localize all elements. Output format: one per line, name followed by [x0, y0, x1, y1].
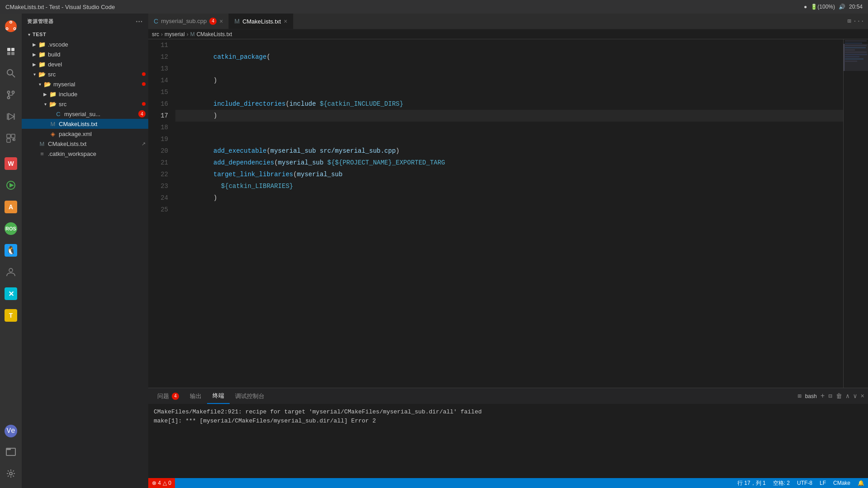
status-left: ⊗ 4 △ 0	[148, 478, 175, 488]
svg-rect-22	[7, 139, 10, 142]
cpp-tab-close[interactable]: ×	[219, 18, 223, 25]
activity-explorer-icon[interactable]	[0, 41, 22, 62]
myserial-error-dot	[142, 82, 146, 86]
activity-orange-icon[interactable]: A	[0, 196, 22, 218]
tab-more-icon[interactable]: ···	[853, 18, 864, 25]
tab-cmakelists[interactable]: M CMakeLists.txt ×	[229, 14, 293, 29]
cl20-p1: (	[274, 159, 278, 166]
tab-myserial-cpp[interactable]: C myserial_sub.cpp 4 ×	[148, 14, 229, 29]
ubuntu-logo[interactable]	[0, 15, 22, 37]
sidebar-menu-icon[interactable]: ···	[136, 18, 143, 26]
cl19-p2: )	[396, 147, 399, 155]
activity-search-icon[interactable]	[0, 62, 22, 84]
svg-line-12	[12, 75, 15, 77]
activity-ve-icon[interactable]: Ve	[5, 425, 17, 437]
cmake-label: CMakeLists.txt	[59, 121, 148, 127]
cmake-tab-icon: M	[234, 18, 240, 25]
vscode-label: .vscode	[48, 41, 148, 48]
tree-item-cmakelists-root[interactable]: ▶ M CMakeLists.txt ↗	[22, 139, 148, 149]
status-encoding[interactable]: UTF-8	[793, 478, 816, 488]
status-errors[interactable]: ⊗ 4 △ 0	[148, 478, 175, 488]
split-editor-icon[interactable]: ⊞	[847, 17, 851, 25]
status-line-ending[interactable]: LF	[816, 478, 830, 488]
tree-item-package-xml[interactable]: ▶ ◈ package.xml	[22, 129, 148, 139]
terminal-tab-terminal[interactable]: 终端	[207, 388, 230, 404]
minimap	[843, 39, 868, 388]
cl15-arg1: include	[289, 100, 316, 108]
activity-yellow-icon[interactable]: T	[0, 305, 22, 326]
code-content[interactable]: catkin_package( ) include_directories(in…	[175, 39, 843, 388]
terminal-tab-debug[interactable]: 调试控制台	[230, 388, 270, 404]
tree-item-catkin[interactable]: ▶ ≡ .catkin_workspace	[22, 149, 148, 159]
tree-item-myserial[interactable]: ▾ 📂 myserial	[22, 79, 148, 89]
tree-item-src[interactable]: ▾ 📂 src	[22, 69, 148, 79]
close-panel-icon[interactable]: ×	[861, 393, 864, 400]
tree-item-include[interactable]: ▶ 📁 include	[22, 89, 148, 99]
split-terminal-icon[interactable]: ⊟	[828, 392, 832, 400]
activity-gear2-icon[interactable]	[0, 261, 22, 283]
status-language[interactable]: CMake	[830, 478, 854, 488]
activity-debug-icon[interactable]	[0, 174, 22, 196]
cl19-func: add_executable	[213, 147, 267, 155]
tree-item-cmakelists-myserial[interactable]: ▶ M CMakeLists.txt	[22, 119, 148, 129]
tree-item-build[interactable]: ▶ 📁 build	[22, 49, 148, 59]
terminal-content[interactable]: CMakeFiles/Makefile2:921: recipe for tar…	[148, 404, 868, 478]
terminal-tab-output[interactable]: 输出	[184, 388, 207, 404]
add-terminal-icon[interactable]: +	[821, 392, 825, 400]
breadcrumb-src[interactable]: src	[152, 31, 159, 38]
tree-item-myserial-src[interactable]: ▾ 📂 src	[22, 99, 148, 109]
position-text: 行 17，列 1	[737, 479, 766, 487]
activity-source-control-icon[interactable]	[0, 84, 22, 106]
cmake-tab-close[interactable]: ×	[283, 18, 287, 25]
breadcrumb: src › myserial › M CMakeLists.txt	[148, 29, 868, 39]
new-terminal-icon[interactable]: ⊞	[797, 392, 801, 400]
activity-blue-x[interactable]: ✕	[0, 283, 22, 305]
svg-marker-17	[9, 113, 14, 120]
activity-bar: W A ROS 🐧 ✕ T Ve	[0, 14, 22, 488]
code-editor: 11 12 13 14 15 16 17 18 19 20 21 22 23 2…	[148, 39, 868, 388]
root-arrow: ▾	[25, 32, 33, 37]
tree-item-myserial-cpp[interactable]: ▶ C myserial_su... 4	[22, 109, 148, 119]
svg-point-31	[9, 472, 12, 475]
folder-icon: 📁	[49, 91, 57, 98]
minimize-panel-icon[interactable]: ∧	[846, 392, 849, 400]
terminal-line-2: make[1]: *** [myserial/CMakeFiles/myseri…	[154, 417, 863, 426]
activity-filemanager-icon[interactable]	[0, 441, 22, 463]
folder-icon: 📂	[43, 81, 52, 88]
code-line-17	[175, 110, 843, 122]
code-line-14	[175, 75, 843, 86]
sidebar-title: 资源管理器	[27, 18, 54, 25]
maximize-panel-icon[interactable]: ∨	[853, 392, 857, 400]
ln-20: 20	[148, 145, 168, 157]
svg-point-15	[8, 97, 10, 99]
folder-icon: 📂	[38, 71, 46, 78]
cl23: )	[213, 194, 217, 202]
ln-14: 14	[148, 75, 168, 86]
activity-green-icon[interactable]: ROS	[0, 218, 22, 239]
status-bar: ⊗ 4 △ 0 行 17，列 1 空格: 2 UTF-8 LF CMak	[148, 478, 868, 488]
folder-icon: 📁	[38, 41, 46, 48]
status-position[interactable]: 行 17，列 1	[734, 478, 769, 488]
activity-settings2-icon[interactable]	[0, 463, 22, 484]
kill-terminal-icon[interactable]: 🗑	[836, 393, 842, 400]
status-bell-icon[interactable]: 🔔	[854, 478, 868, 488]
tree-item-vscode[interactable]: ▶ 📁 .vscode	[22, 39, 148, 49]
tree-item-devel[interactable]: ▶ 📁 devel	[22, 59, 148, 69]
status-spaces[interactable]: 空格: 2	[769, 478, 793, 488]
status-right: 行 17，列 1 空格: 2 UTF-8 LF CMake 🔔	[734, 478, 868, 488]
tab-bar: C myserial_sub.cpp 4 × M CMakeLists.txt …	[148, 14, 868, 29]
warning-count: △ 0	[163, 480, 171, 486]
activity-tencent-icon[interactable]: 🐧	[0, 239, 22, 261]
tree-root[interactable]: ▾ TEST	[22, 29, 148, 39]
problems-label: 问题	[157, 392, 169, 400]
activity-wps-icon[interactable]: W	[0, 153, 22, 174]
svg-rect-8	[11, 48, 14, 51]
terminal-label: 终端	[212, 392, 224, 400]
terminal-tab-problems[interactable]: 问题 4	[152, 388, 184, 404]
breadcrumb-myserial[interactable]: myserial	[165, 31, 185, 38]
cl19-arg1: myserial_sub src/myserial_sub.cpp	[270, 147, 396, 155]
breadcrumb-cmakelists[interactable]: CMakeLists.txt	[197, 31, 232, 38]
activity-extensions-icon[interactable]	[0, 127, 22, 149]
svg-rect-19	[14, 113, 15, 120]
activity-run-icon[interactable]	[0, 106, 22, 127]
